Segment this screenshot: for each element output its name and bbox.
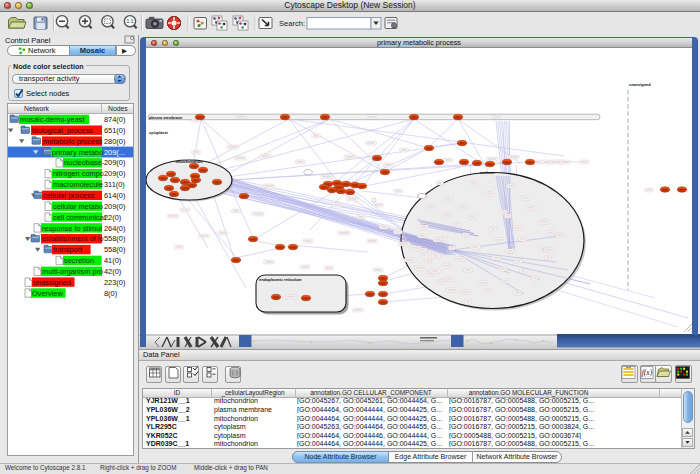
- svg-text:response to stimul: response to stimul: [42, 224, 102, 233]
- svg-text:614(0): 614(0): [104, 191, 125, 200]
- svg-text:nucleus: nucleus: [480, 170, 495, 175]
- svg-text:establishment of lo: establishment of lo: [42, 234, 104, 243]
- svg-text:cellular process: cellular process: [43, 191, 95, 200]
- svg-text:plasma membrane: plasma membrane: [149, 116, 182, 120]
- svg-text:209(0): 209(0): [104, 158, 125, 167]
- svg-text:209(0): 209(0): [104, 202, 125, 211]
- svg-text:209(0): 209(0): [104, 169, 125, 178]
- svg-text:42(0): 42(0): [104, 267, 121, 276]
- svg-text:311(0): 311(0): [104, 180, 125, 189]
- svg-text:unassigned: unassigned: [33, 278, 71, 287]
- svg-text:874(0): 874(0): [104, 115, 125, 124]
- svg-text:264(0): 264(0): [104, 224, 125, 233]
- svg-text:biological_process: biological_process: [32, 126, 93, 135]
- svg-text:multi-organism pro: multi-organism pro: [42, 267, 103, 276]
- svg-text:22(0): 22(0): [104, 213, 121, 222]
- svg-text:Overview: Overview: [32, 289, 63, 298]
- svg-text:cell communicat: cell communicat: [53, 213, 106, 222]
- svg-text:mitochondrion: mitochondrion: [175, 159, 203, 164]
- svg-text:secretion: secretion: [64, 256, 94, 265]
- svg-text:1:1: 1:1: [127, 18, 134, 24]
- svg-text:cytoplasm: cytoplasm: [149, 131, 168, 135]
- svg-text:f(x): f(x): [642, 368, 653, 377]
- svg-text:651(0): 651(0): [104, 126, 125, 135]
- svg-text:8(0): 8(0): [104, 289, 117, 298]
- svg-text:558(0): 558(0): [104, 234, 125, 243]
- svg-text:209(...: 209(...: [104, 148, 125, 157]
- svg-text:transport: transport: [53, 245, 82, 254]
- svg-text:nucleobase-: nucleobase-: [64, 158, 105, 167]
- svg-text:mosaic-demo-yeast: mosaic-demo-yeast: [20, 115, 84, 124]
- svg-text:unassigned: unassigned: [629, 82, 651, 87]
- svg-text:cellular metabo: cellular metabo: [53, 202, 103, 211]
- svg-text:nitrogen compo: nitrogen compo: [53, 169, 104, 178]
- svg-text:223(0): 223(0): [104, 278, 125, 287]
- svg-text:macromolecule: macromolecule: [53, 180, 103, 189]
- svg-text:558(0): 558(0): [104, 245, 125, 254]
- svg-text:Search:: Search:: [279, 19, 305, 28]
- svg-text:metabolic process: metabolic process: [43, 137, 103, 146]
- svg-text:41(0): 41(0): [104, 256, 121, 265]
- svg-text:endoplasmic reticulum: endoplasmic reticulum: [259, 277, 302, 282]
- svg-text:primary metabo: primary metabo: [52, 148, 103, 157]
- svg-text:280(0): 280(0): [104, 137, 125, 146]
